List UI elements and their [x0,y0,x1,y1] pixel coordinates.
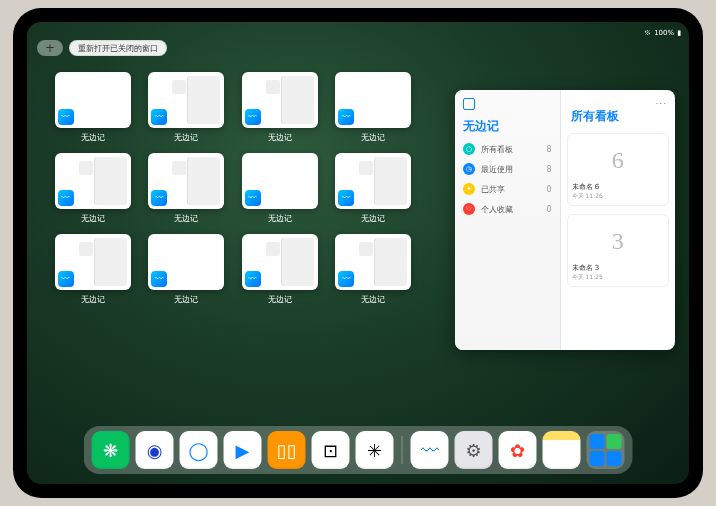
dock-settings[interactable]: ⚙ [455,431,493,469]
freeform-app-icon: 〰 [338,109,354,125]
row-count: 0 [547,185,552,194]
window-label: 无边记 [81,213,105,224]
dock-dice[interactable]: ⊡ [312,431,350,469]
wifi-icon: ᯾ [644,29,651,37]
dock-connect[interactable]: ✳ [356,431,394,469]
content-title: 所有看板 [571,108,669,125]
dock-books[interactable]: ▯▯ [268,431,306,469]
screen: ᯾ 100% ▮ + 重新打开已关闭的窗口 〰 无边记 〰 无边记 〰 无边记 … [27,22,689,484]
freeform-app-icon: 〰 [245,271,261,287]
row-icon: ✦ [463,183,475,195]
sidebar-item[interactable]: ✦ 已共享 0 [463,183,552,195]
window-grid: 〰 无边记 〰 无边记 〰 无边记 〰 无边记 〰 无边记 〰 无边记 〰 无边… [53,72,413,305]
freeform-sidebar: 无边记 ○ 所有看板 8 ◷ 最近使用 8 ✦ 已共享 0 ♡ 个人收藏 0 [455,90,561,350]
freeform-app-icon: 〰 [151,190,167,206]
dock-wechat[interactable]: ❋ [92,431,130,469]
freeform-app-icon: 〰 [58,271,74,287]
window-thumb[interactable]: 〰 无边记 [334,72,414,143]
board-name: 未命名 6 [572,182,664,192]
sidebar-toggle-icon[interactable] [463,98,475,110]
window-label: 无边记 [268,132,292,143]
freeform-app-icon: 〰 [338,190,354,206]
row-count: 0 [547,205,552,214]
board-card[interactable]: 3 未命名 3 今天 11:25 [567,214,669,287]
thumbnail: 〰 [148,153,224,209]
window-thumb[interactable]: 〰 无边记 [240,234,320,305]
dock-quark[interactable]: ◉ [136,431,174,469]
freeform-window[interactable]: ... 无边记 ○ 所有看板 8 ◷ 最近使用 8 ✦ 已共享 0 ♡ 个人收藏… [455,90,675,350]
row-label: 所有看板 [481,144,513,155]
freeform-app-icon: 〰 [58,109,74,125]
window-label: 无边记 [361,132,385,143]
row-count: 8 [547,165,552,174]
window-thumb[interactable]: 〰 无边记 [147,153,227,224]
thumbnail: 〰 [55,72,131,128]
thumbnail: 〰 [242,234,318,290]
dock-freeform[interactable]: 〰 [411,431,449,469]
board-name: 未命名 3 [572,263,664,273]
window-label: 无边记 [361,294,385,305]
plus-icon: + [45,41,55,55]
freeform-app-icon: 〰 [338,271,354,287]
dock-photos[interactable]: ✿ [499,431,537,469]
thumbnail: 〰 [242,72,318,128]
dock-app-library[interactable] [587,431,625,469]
freeform-app-icon: 〰 [245,190,261,206]
sidebar-item[interactable]: ◷ 最近使用 8 [463,163,552,175]
board-date: 今天 11:25 [572,273,664,282]
freeform-content: 所有看板 6 未命名 6 今天 11:26 3 未命名 3 今天 11:25 [561,90,675,350]
freeform-app-icon: 〰 [151,109,167,125]
window-label: 无边记 [361,213,385,224]
window-label: 无边记 [268,213,292,224]
window-thumb[interactable]: 〰 无边记 [147,72,227,143]
window-thumb[interactable]: 〰 无边记 [53,234,133,305]
thumbnail: 〰 [335,153,411,209]
sidebar-item[interactable]: ♡ 个人收藏 0 [463,203,552,215]
thumbnail: 〰 [335,72,411,128]
window-label: 无边记 [268,294,292,305]
dock-notes[interactable] [543,431,581,469]
row-icon: ◷ [463,163,475,175]
row-label: 个人收藏 [481,204,513,215]
reopen-label: 重新打开已关闭的窗口 [78,43,158,54]
sidebar-title: 无边记 [463,118,552,135]
freeform-app-icon: 〰 [245,109,261,125]
dock-play[interactable]: ▶ [224,431,262,469]
dock: ❋◉◯▶▯▯⊡✳〰⚙✿ [84,426,633,474]
dock-browser[interactable]: ◯ [180,431,218,469]
window-thumb[interactable]: 〰 无边记 [147,234,227,305]
board-card[interactable]: 6 未命名 6 今天 11:26 [567,133,669,206]
row-label: 最近使用 [481,164,513,175]
window-label: 无边记 [174,294,198,305]
thumbnail: 〰 [148,72,224,128]
freeform-app-icon: 〰 [151,271,167,287]
window-label: 无边记 [174,213,198,224]
thumbnail: 〰 [55,234,131,290]
reopen-closed-window-button[interactable]: 重新打开已关闭的窗口 [69,40,167,56]
window-label: 无边记 [81,132,105,143]
battery-icon: ▮ [677,29,681,37]
add-window-button[interactable]: + [37,40,63,56]
board-thumbnail: 3 [572,219,664,263]
freeform-app-icon: 〰 [58,190,74,206]
window-label: 无边记 [81,294,105,305]
row-icon: ♡ [463,203,475,215]
window-thumb[interactable]: 〰 无边记 [53,72,133,143]
row-icon: ○ [463,143,475,155]
row-count: 8 [547,145,552,154]
board-thumbnail: 6 [572,138,664,182]
row-label: 已共享 [481,184,505,195]
window-thumb[interactable]: 〰 无边记 [334,153,414,224]
ipad-frame: ᯾ 100% ▮ + 重新打开已关闭的窗口 〰 无边记 〰 无边记 〰 无边记 … [13,8,703,498]
more-icon[interactable]: ... [655,96,667,106]
window-thumb[interactable]: 〰 无边记 [240,153,320,224]
window-thumb[interactable]: 〰 无边记 [334,234,414,305]
window-thumb[interactable]: 〰 无边记 [240,72,320,143]
thumbnail: 〰 [148,234,224,290]
thumbnail: 〰 [55,153,131,209]
window-label: 无边记 [174,132,198,143]
status-bar: ᯾ 100% ▮ [27,26,689,40]
dock-separator [402,436,403,464]
sidebar-item[interactable]: ○ 所有看板 8 [463,143,552,155]
window-thumb[interactable]: 〰 无边记 [53,153,133,224]
